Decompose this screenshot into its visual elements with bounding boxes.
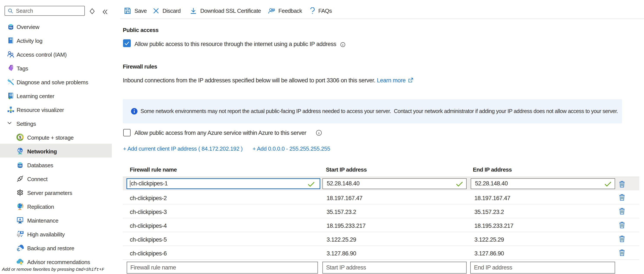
- svg-text:101: 101: [10, 94, 12, 96]
- svg-text:$: $: [19, 135, 21, 139]
- svg-text:My: My: [9, 26, 13, 29]
- svg-text:DB: DB: [18, 164, 22, 167]
